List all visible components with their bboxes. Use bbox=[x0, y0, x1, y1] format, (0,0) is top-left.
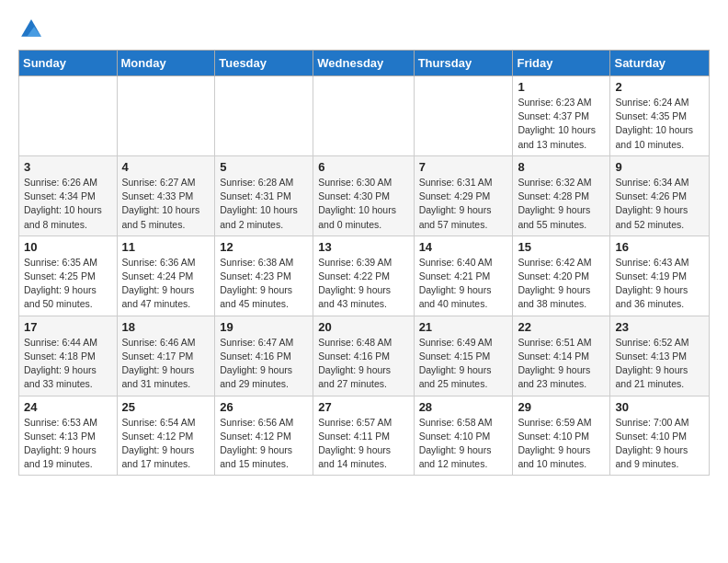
calendar-body: 1Sunrise: 6:23 AM Sunset: 4:37 PM Daylig… bbox=[19, 76, 710, 476]
day-info: Sunrise: 6:30 AM Sunset: 4:30 PM Dayligh… bbox=[318, 176, 408, 232]
calendar-cell bbox=[215, 76, 313, 156]
day-info: Sunrise: 6:56 AM Sunset: 4:12 PM Dayligh… bbox=[220, 416, 308, 472]
calendar-cell: 21Sunrise: 6:49 AM Sunset: 4:15 PM Dayli… bbox=[414, 316, 513, 396]
day-info: Sunrise: 6:26 AM Sunset: 4:34 PM Dayligh… bbox=[24, 176, 112, 232]
calendar-cell: 16Sunrise: 6:43 AM Sunset: 4:19 PM Dayli… bbox=[610, 236, 710, 316]
day-number: 4 bbox=[122, 160, 210, 174]
day-info: Sunrise: 6:52 AM Sunset: 4:13 PM Dayligh… bbox=[615, 336, 704, 392]
day-info: Sunrise: 6:40 AM Sunset: 4:21 PM Dayligh… bbox=[419, 256, 508, 312]
day-info: Sunrise: 6:59 AM Sunset: 4:10 PM Dayligh… bbox=[518, 416, 605, 472]
calendar-table: SundayMondayTuesdayWednesdayThursdayFrid… bbox=[18, 50, 710, 476]
calendar-cell: 6Sunrise: 6:30 AM Sunset: 4:30 PM Daylig… bbox=[313, 155, 414, 236]
day-info: Sunrise: 6:24 AM Sunset: 4:35 PM Dayligh… bbox=[615, 96, 704, 152]
day-number: 24 bbox=[24, 400, 112, 414]
calendar-cell: 8Sunrise: 6:32 AM Sunset: 4:28 PM Daylig… bbox=[513, 155, 610, 236]
day-number: 26 bbox=[220, 400, 308, 414]
day-number: 8 bbox=[518, 160, 605, 174]
calendar-cell: 29Sunrise: 6:59 AM Sunset: 4:10 PM Dayli… bbox=[513, 396, 610, 476]
day-info: Sunrise: 6:35 AM Sunset: 4:25 PM Dayligh… bbox=[24, 256, 112, 312]
calendar-cell: 24Sunrise: 6:53 AM Sunset: 4:13 PM Dayli… bbox=[19, 396, 118, 476]
day-number: 2 bbox=[615, 80, 704, 94]
day-number: 30 bbox=[615, 400, 704, 414]
day-number: 7 bbox=[419, 160, 508, 174]
calendar-week-5: 24Sunrise: 6:53 AM Sunset: 4:13 PM Dayli… bbox=[19, 396, 710, 476]
day-info: Sunrise: 6:51 AM Sunset: 4:14 PM Dayligh… bbox=[518, 336, 605, 392]
day-info: Sunrise: 6:48 AM Sunset: 4:16 PM Dayligh… bbox=[318, 336, 408, 392]
day-info: Sunrise: 6:31 AM Sunset: 4:29 PM Dayligh… bbox=[419, 176, 508, 232]
day-info: Sunrise: 6:38 AM Sunset: 4:23 PM Dayligh… bbox=[220, 256, 308, 312]
day-number: 16 bbox=[615, 240, 704, 254]
header bbox=[18, 17, 710, 42]
calendar-cell: 9Sunrise: 6:34 AM Sunset: 4:26 PM Daylig… bbox=[610, 155, 710, 236]
calendar-cell: 10Sunrise: 6:35 AM Sunset: 4:25 PM Dayli… bbox=[19, 236, 118, 316]
day-number: 23 bbox=[615, 320, 704, 334]
day-number: 10 bbox=[24, 240, 112, 254]
day-info: Sunrise: 6:57 AM Sunset: 4:11 PM Dayligh… bbox=[318, 416, 408, 472]
day-number: 3 bbox=[24, 160, 112, 174]
day-header-friday: Friday bbox=[513, 51, 610, 76]
day-number: 15 bbox=[518, 240, 605, 254]
calendar-cell: 15Sunrise: 6:42 AM Sunset: 4:20 PM Dayli… bbox=[513, 236, 610, 316]
header-row: SundayMondayTuesdayWednesdayThursdayFrid… bbox=[19, 51, 710, 76]
calendar-cell: 30Sunrise: 7:00 AM Sunset: 4:10 PM Dayli… bbox=[610, 396, 710, 476]
day-number: 22 bbox=[518, 320, 605, 334]
day-number: 20 bbox=[318, 320, 408, 334]
calendar-cell bbox=[19, 76, 118, 156]
day-number: 29 bbox=[518, 400, 605, 414]
day-header-thursday: Thursday bbox=[414, 51, 513, 76]
calendar-cell: 19Sunrise: 6:47 AM Sunset: 4:16 PM Dayli… bbox=[215, 316, 313, 396]
day-info: Sunrise: 6:44 AM Sunset: 4:18 PM Dayligh… bbox=[24, 336, 112, 392]
day-info: Sunrise: 6:32 AM Sunset: 4:28 PM Dayligh… bbox=[518, 176, 605, 232]
logo bbox=[18, 17, 48, 42]
day-header-wednesday: Wednesday bbox=[313, 51, 414, 76]
day-number: 18 bbox=[122, 320, 210, 334]
day-info: Sunrise: 6:49 AM Sunset: 4:15 PM Dayligh… bbox=[419, 336, 508, 392]
day-number: 11 bbox=[122, 240, 210, 254]
calendar-week-2: 3Sunrise: 6:26 AM Sunset: 4:34 PM Daylig… bbox=[19, 155, 710, 236]
calendar-cell: 23Sunrise: 6:52 AM Sunset: 4:13 PM Dayli… bbox=[610, 316, 710, 396]
day-info: Sunrise: 6:28 AM Sunset: 4:31 PM Dayligh… bbox=[220, 176, 308, 232]
calendar-cell: 22Sunrise: 6:51 AM Sunset: 4:14 PM Dayli… bbox=[513, 316, 610, 396]
calendar-cell: 18Sunrise: 6:46 AM Sunset: 4:17 PM Dayli… bbox=[117, 316, 215, 396]
calendar-cell: 12Sunrise: 6:38 AM Sunset: 4:23 PM Dayli… bbox=[215, 236, 313, 316]
calendar-cell: 1Sunrise: 6:23 AM Sunset: 4:37 PM Daylig… bbox=[513, 76, 610, 156]
calendar-cell: 2Sunrise: 6:24 AM Sunset: 4:35 PM Daylig… bbox=[610, 76, 710, 156]
day-info: Sunrise: 6:53 AM Sunset: 4:13 PM Dayligh… bbox=[24, 416, 112, 472]
day-number: 9 bbox=[615, 160, 704, 174]
day-info: Sunrise: 6:27 AM Sunset: 4:33 PM Dayligh… bbox=[122, 176, 210, 232]
calendar-cell: 3Sunrise: 6:26 AM Sunset: 4:34 PM Daylig… bbox=[19, 155, 118, 236]
calendar-cell: 14Sunrise: 6:40 AM Sunset: 4:21 PM Dayli… bbox=[414, 236, 513, 316]
day-number: 25 bbox=[122, 400, 210, 414]
day-number: 12 bbox=[220, 240, 308, 254]
calendar-cell bbox=[117, 76, 215, 156]
calendar-cell: 25Sunrise: 6:54 AM Sunset: 4:12 PM Dayli… bbox=[117, 396, 215, 476]
day-header-sunday: Sunday bbox=[19, 51, 118, 76]
day-header-tuesday: Tuesday bbox=[215, 51, 313, 76]
day-number: 28 bbox=[419, 400, 508, 414]
calendar-cell: 26Sunrise: 6:56 AM Sunset: 4:12 PM Dayli… bbox=[215, 396, 313, 476]
day-number: 21 bbox=[419, 320, 508, 334]
day-number: 13 bbox=[318, 240, 408, 254]
calendar-cell: 20Sunrise: 6:48 AM Sunset: 4:16 PM Dayli… bbox=[313, 316, 414, 396]
calendar-cell: 7Sunrise: 6:31 AM Sunset: 4:29 PM Daylig… bbox=[414, 155, 513, 236]
day-info: Sunrise: 6:23 AM Sunset: 4:37 PM Dayligh… bbox=[518, 96, 605, 152]
calendar-week-4: 17Sunrise: 6:44 AM Sunset: 4:18 PM Dayli… bbox=[19, 316, 710, 396]
day-header-saturday: Saturday bbox=[610, 51, 710, 76]
day-info: Sunrise: 6:39 AM Sunset: 4:22 PM Dayligh… bbox=[318, 256, 408, 312]
calendar-cell: 27Sunrise: 6:57 AM Sunset: 4:11 PM Dayli… bbox=[313, 396, 414, 476]
calendar-cell: 17Sunrise: 6:44 AM Sunset: 4:18 PM Dayli… bbox=[19, 316, 118, 396]
calendar-cell: 5Sunrise: 6:28 AM Sunset: 4:31 PM Daylig… bbox=[215, 155, 313, 236]
calendar-cell: 28Sunrise: 6:58 AM Sunset: 4:10 PM Dayli… bbox=[414, 396, 513, 476]
day-header-monday: Monday bbox=[117, 51, 215, 76]
day-number: 19 bbox=[220, 320, 308, 334]
day-info: Sunrise: 6:42 AM Sunset: 4:20 PM Dayligh… bbox=[518, 256, 605, 312]
day-info: Sunrise: 6:43 AM Sunset: 4:19 PM Dayligh… bbox=[615, 256, 704, 312]
calendar-header: SundayMondayTuesdayWednesdayThursdayFrid… bbox=[19, 51, 710, 76]
calendar-cell: 4Sunrise: 6:27 AM Sunset: 4:33 PM Daylig… bbox=[117, 155, 215, 236]
day-info: Sunrise: 6:47 AM Sunset: 4:16 PM Dayligh… bbox=[220, 336, 308, 392]
day-info: Sunrise: 6:54 AM Sunset: 4:12 PM Dayligh… bbox=[122, 416, 210, 472]
calendar-cell: 11Sunrise: 6:36 AM Sunset: 4:24 PM Dayli… bbox=[117, 236, 215, 316]
day-info: Sunrise: 6:58 AM Sunset: 4:10 PM Dayligh… bbox=[419, 416, 508, 472]
calendar-week-3: 10Sunrise: 6:35 AM Sunset: 4:25 PM Dayli… bbox=[19, 236, 710, 316]
day-number: 5 bbox=[220, 160, 308, 174]
